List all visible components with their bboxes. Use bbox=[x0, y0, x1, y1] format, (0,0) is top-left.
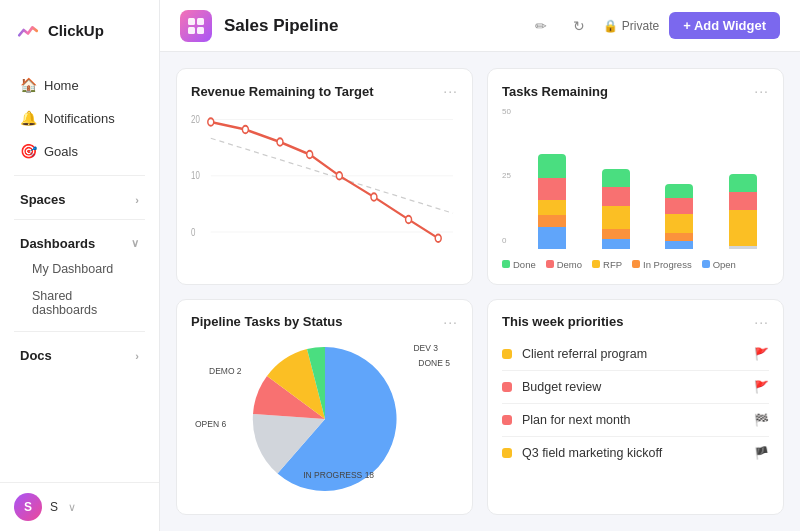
revenue-widget: Revenue Remaining to Target ··· 20 10 0 bbox=[176, 68, 473, 285]
logo-text: ClickUp bbox=[48, 22, 104, 39]
legend-open: Open bbox=[702, 259, 736, 270]
my-dashboard-label: My Dashboard bbox=[32, 262, 113, 276]
dashboards-label: Dashboards bbox=[20, 236, 95, 251]
spaces-section[interactable]: Spaces › bbox=[6, 184, 153, 211]
svg-text:20: 20 bbox=[191, 114, 200, 125]
logo: ClickUp bbox=[0, 0, 159, 60]
priority-item-3: Plan for next month 🏁 bbox=[502, 404, 769, 437]
bar-y-label-25: 25 bbox=[502, 171, 511, 180]
legend-demo-label: Demo bbox=[557, 259, 582, 270]
user-avatar[interactable]: S bbox=[14, 493, 42, 521]
docs-section[interactable]: Docs › bbox=[6, 340, 153, 367]
pie-label-done: DONE 5 bbox=[418, 358, 450, 368]
priority-text-4: Q3 field marketing kickoff bbox=[522, 446, 744, 460]
divider-3 bbox=[14, 331, 145, 332]
bar-segment-open-4 bbox=[729, 246, 757, 249]
bar-segment-open-1 bbox=[538, 227, 566, 249]
pipeline-widget-menu[interactable]: ··· bbox=[443, 314, 458, 330]
bar-segment-inprogress-1 bbox=[538, 215, 566, 226]
bar-segment-rfp-2 bbox=[602, 206, 630, 229]
bar-group-2 bbox=[590, 107, 642, 249]
private-badge: 🔒 Private bbox=[603, 19, 659, 33]
bar-segment-done-4 bbox=[729, 174, 757, 192]
revenue-widget-menu[interactable]: ··· bbox=[443, 83, 458, 99]
main-content: Sales Pipeline ✏ ↻ 🔒 Private + Add Widge… bbox=[160, 0, 800, 531]
pie-label-demo: DEMO 2 bbox=[209, 366, 242, 376]
sidebar-footer: S S ∨ bbox=[0, 482, 159, 531]
docs-chevron-icon: › bbox=[135, 350, 139, 362]
priority-flag-3: 🏁 bbox=[754, 413, 769, 427]
revenue-widget-title: Revenue Remaining to Target bbox=[191, 84, 374, 99]
priorities-widget: This week priorities ··· Client referral… bbox=[487, 299, 784, 516]
sidebar-nav: 🏠 Home 🔔 Notifications 🎯 Goals Spaces › … bbox=[0, 60, 159, 482]
svg-point-14 bbox=[277, 138, 283, 146]
tasks-widget: Tasks Remaining ··· 50 25 0 bbox=[487, 68, 784, 285]
legend-open-label: Open bbox=[713, 259, 736, 270]
pie-label-inprogress: IN PROGRESS 18 bbox=[303, 470, 374, 480]
revenue-line-chart: 20 10 0 bbox=[191, 107, 458, 270]
bar-segment-done-1 bbox=[538, 154, 566, 179]
bar-segment-open-3 bbox=[665, 241, 693, 249]
svg-point-18 bbox=[406, 216, 412, 224]
add-widget-button[interactable]: + Add Widget bbox=[669, 12, 780, 39]
legend-inprogress-label: In Progress bbox=[643, 259, 692, 270]
bar-segment-rfp-3 bbox=[665, 214, 693, 233]
bar-stack-3 bbox=[665, 184, 693, 249]
bar-stack-2 bbox=[602, 169, 630, 249]
sidebar-item-goals[interactable]: 🎯 Goals bbox=[6, 135, 153, 167]
tasks-widget-menu[interactable]: ··· bbox=[754, 83, 769, 99]
bar-segment-demo-4 bbox=[729, 192, 757, 210]
svg-rect-4 bbox=[197, 27, 204, 34]
priorities-widget-menu[interactable]: ··· bbox=[754, 314, 769, 330]
svg-rect-1 bbox=[188, 18, 195, 25]
priority-item-2: Budget review 🚩 bbox=[502, 371, 769, 404]
pipeline-widget-body: DEV 3 DONE 5 IN PROGRESS 18 OPEN 6 DEMO … bbox=[191, 338, 458, 501]
priorities-list: Client referral program 🚩 Budget review … bbox=[502, 338, 769, 469]
svg-point-15 bbox=[307, 151, 313, 159]
bar-segment-done-2 bbox=[602, 169, 630, 187]
refresh-icon[interactable]: ↻ bbox=[565, 12, 593, 40]
priority-dot-1 bbox=[502, 349, 512, 359]
bar-segment-done-3 bbox=[665, 184, 693, 199]
tasks-widget-title: Tasks Remaining bbox=[502, 84, 608, 99]
priorities-widget-header: This week priorities ··· bbox=[502, 314, 769, 330]
page-title: Sales Pipeline bbox=[224, 16, 338, 36]
svg-point-12 bbox=[208, 118, 214, 126]
bar-legend: Done Demo RFP In Progress bbox=[502, 259, 769, 270]
bar-stack-4 bbox=[729, 174, 757, 249]
pie-chart-wrap: DEV 3 DONE 5 IN PROGRESS 18 OPEN 6 DEMO … bbox=[191, 338, 458, 501]
sidebar-item-shared-dashboards[interactable]: Shared dashboards bbox=[6, 283, 153, 323]
svg-text:0: 0 bbox=[191, 227, 195, 238]
svg-rect-2 bbox=[197, 18, 204, 25]
sidebar-item-notifications-label: Notifications bbox=[44, 111, 115, 126]
dashboards-chevron-icon: ∨ bbox=[131, 237, 139, 250]
bar-chart-area: 50 25 0 bbox=[502, 107, 769, 253]
priority-text-1: Client referral program bbox=[522, 347, 744, 361]
bar-y-labels: 50 25 0 bbox=[502, 107, 511, 253]
legend-done-label: Done bbox=[513, 259, 536, 270]
notifications-icon: 🔔 bbox=[20, 110, 36, 126]
bar-group-4 bbox=[717, 107, 769, 249]
dashboards-section[interactable]: Dashboards ∨ bbox=[6, 228, 153, 255]
sidebar-item-home[interactable]: 🏠 Home bbox=[6, 69, 153, 101]
legend-done: Done bbox=[502, 259, 536, 270]
spaces-label: Spaces bbox=[20, 192, 66, 207]
legend-rfp-label: RFP bbox=[603, 259, 622, 270]
sidebar-item-home-label: Home bbox=[44, 78, 79, 93]
bar-segment-demo-1 bbox=[538, 178, 566, 200]
bar-segment-rfp-1 bbox=[538, 200, 566, 215]
bar-segment-rfp-4 bbox=[729, 210, 757, 246]
shared-dashboards-label: Shared dashboards bbox=[32, 289, 97, 317]
sidebar-item-notifications[interactable]: 🔔 Notifications bbox=[6, 102, 153, 134]
priority-flag-2: 🚩 bbox=[754, 380, 769, 394]
sales-pipeline-icon bbox=[187, 17, 205, 35]
sidebar-item-my-dashboard[interactable]: My Dashboard bbox=[6, 256, 153, 282]
priority-text-3: Plan for next month bbox=[522, 413, 744, 427]
priority-item-4: Q3 field marketing kickoff 🏴 bbox=[502, 437, 769, 469]
user-name: S bbox=[50, 500, 58, 514]
dashboard-grid: Revenue Remaining to Target ··· 20 10 0 bbox=[160, 52, 800, 531]
edit-icon[interactable]: ✏ bbox=[527, 12, 555, 40]
legend-inprogress-dot bbox=[632, 260, 640, 268]
svg-rect-3 bbox=[188, 27, 195, 34]
bar-segment-inprogress-3 bbox=[665, 233, 693, 241]
